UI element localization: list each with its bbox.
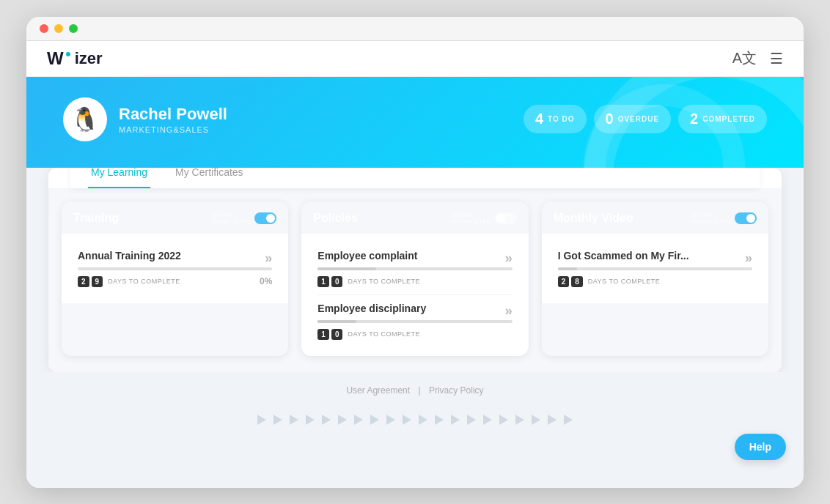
play-dot: [499, 415, 508, 425]
avatar-penguin-icon: 🐧: [70, 105, 100, 133]
show-completed-label-training: SHOWCOMPLETED: [212, 212, 251, 225]
toggle-knob-monthly-video: [746, 214, 755, 223]
app-logo: Wizer: [47, 48, 103, 69]
course-annual-training-title: Annual Training 2022: [78, 250, 181, 262]
days-text-employee-disciplinary: DAYS TO COMPLETE: [348, 330, 420, 338]
course-employee-complaint[interactable]: Employee complaint » 1 0: [310, 242, 519, 294]
course-employee-disciplinary[interactable]: Employee disciplinary » 1 0: [310, 295, 519, 347]
play-dot: [306, 415, 315, 425]
play-dot: [564, 415, 573, 425]
card-policies-title: Policies: [313, 212, 357, 225]
play-dot: [290, 415, 298, 425]
play-dot: [273, 415, 282, 425]
day-num-9: 9: [92, 276, 103, 287]
day-num-8: 8: [571, 276, 583, 287]
play-dot: [483, 415, 492, 425]
play-dot: [354, 415, 363, 425]
play-dot: [386, 415, 395, 425]
app-wrapper: Wizer A文 ☰ 🐧 Rachel Powell MARKETING&SAL…: [26, 41, 804, 488]
day-num-1: 1: [317, 276, 329, 287]
progress-fill-got-scammed: [558, 267, 578, 270]
toggle-training[interactable]: [254, 212, 276, 224]
browser-dot-green[interactable]: [69, 24, 78, 33]
card-policies-body: Employee complaint » 1 0: [301, 234, 528, 356]
chevron-right-policies-2-icon: »: [505, 303, 513, 319]
menu-icon[interactable]: ☰: [770, 50, 783, 67]
days-text-got-scammed: DAYS TO COMPLETE: [588, 278, 661, 285]
card-training-title: Training: [73, 212, 119, 225]
days-text-employee-complaint: DAYS TO COMPLETE: [348, 278, 420, 285]
course-got-scammed-title: I Got Scammed on My Fir...: [558, 250, 689, 262]
browser-dot-yellow[interactable]: [54, 24, 63, 33]
browser-top-bar: [26, 17, 804, 41]
show-completed-group-training: SHOWCOMPLETED: [212, 212, 276, 225]
card-training-header: Training SHOWCOMPLETED: [62, 201, 288, 234]
progress-fill-employee-disciplinary: [317, 320, 356, 323]
stats-row: 4 TO DO 0 OVERDUE 2 COMPLETED: [524, 105, 767, 133]
day-num-0b: 0: [331, 329, 343, 340]
card-monthly-video-body: I Got Scammed on My Fir... » 2 8: [542, 234, 768, 303]
course-annual-training[interactable]: Annual Training 2022 » 2 9: [70, 242, 279, 294]
card-monthly-video-header: Monthly Video SHOWCOMPLETED: [542, 201, 768, 234]
course-annual-training-meta: 2 9 DAYS TO COMPLETE 0%: [78, 276, 272, 287]
dots-row: [26, 409, 804, 428]
chevron-right-monthly-icon: »: [745, 251, 752, 266]
show-completed-label-policies: SHOWCOMPLETED: [452, 212, 491, 225]
play-dot: [257, 415, 266, 425]
stat-todo-label: TO DO: [548, 115, 574, 123]
play-dot: [532, 415, 540, 425]
translate-icon[interactable]: A文: [732, 48, 757, 68]
help-button[interactable]: Help: [735, 434, 786, 460]
stat-completed: 2 COMPLETED: [678, 105, 767, 133]
stat-completed-number: 2: [690, 111, 698, 127]
cards-container: Training SHOWCOMPLETED An: [48, 188, 782, 372]
course-got-scammed-meta: 2 8 DAYS TO COMPLETE: [558, 276, 752, 287]
play-dot: [403, 415, 411, 425]
main-card: My Learning My Certificates Training SHO…: [48, 168, 782, 372]
days-badge-annual-training: 2 9 DAYS TO COMPLETE: [78, 276, 180, 287]
progress-bar-got-scammed: [558, 267, 752, 270]
tab-my-learning[interactable]: My Learning: [88, 168, 150, 188]
footer-privacy-policy[interactable]: Privacy Policy: [429, 385, 484, 396]
navbar-right: A文 ☰: [732, 48, 783, 68]
days-badge-got-scammed: 2 8 DAYS TO COMPLETE: [558, 276, 661, 287]
course-employee-disciplinary-title: Employee disciplinary: [317, 303, 426, 314]
card-monthly-video-title: Monthly Video: [554, 212, 633, 225]
footer-separator: |: [418, 385, 420, 396]
course-employee-complaint-meta: 1 0 DAYS TO COMPLETE: [317, 276, 512, 287]
stat-todo-number: 4: [535, 111, 543, 127]
logo-text: izer: [75, 49, 103, 68]
toggle-policies[interactable]: [495, 212, 517, 224]
toggle-monthly-video[interactable]: [735, 212, 757, 224]
show-completed-group-policies: SHOWCOMPLETED: [452, 212, 516, 225]
play-dot: [451, 415, 460, 425]
day-num-1b: 1: [317, 329, 329, 340]
days-badge-employee-complaint: 1 0 DAYS TO COMPLETE: [317, 276, 420, 287]
avatar: 🐧: [63, 97, 107, 141]
browser-frame: Wizer A文 ☰ 🐧 Rachel Powell MARKETING&SAL…: [26, 17, 804, 488]
user-details: Rachel Powell MARKETING&SALES: [119, 105, 227, 134]
tab-my-certificates[interactable]: My Certificates: [172, 168, 246, 188]
course-got-scammed[interactable]: I Got Scammed on My Fir... » 2 8: [551, 242, 760, 294]
play-dot: [322, 415, 331, 425]
day-num-0a: 0: [331, 276, 343, 287]
progress-bar-annual-training: [78, 267, 272, 270]
footer-user-agreement[interactable]: User Agreement: [346, 385, 410, 396]
play-dot: [467, 415, 476, 425]
course-employee-disciplinary-meta: 1 0 DAYS TO COMPLETE: [317, 329, 512, 340]
browser-dot-red[interactable]: [40, 24, 48, 33]
hero-section: 🐧 Rachel Powell MARKETING&SALES 4 TO DO …: [26, 77, 804, 168]
show-completed-group-monthly-video: SHOWCOMPLETED: [692, 212, 757, 225]
footer: User Agreement | Privacy Policy: [26, 372, 804, 409]
navbar: Wizer A文 ☰: [26, 41, 804, 77]
hero-content: 🐧 Rachel Powell MARKETING&SALES 4 TO DO …: [63, 97, 767, 141]
toggle-knob-training: [266, 214, 275, 223]
days-badge-employee-disciplinary: 1 0 DAYS TO COMPLETE: [317, 329, 420, 340]
show-completed-label-monthly-video: SHOWCOMPLETED: [692, 212, 732, 225]
progress-fill-employee-complaint: [317, 267, 376, 270]
play-dot: [515, 415, 524, 425]
card-training: Training SHOWCOMPLETED An: [62, 201, 288, 356]
play-dot: [370, 415, 379, 425]
course-employee-complaint-title: Employee complaint: [317, 250, 417, 262]
play-dot: [419, 415, 427, 425]
